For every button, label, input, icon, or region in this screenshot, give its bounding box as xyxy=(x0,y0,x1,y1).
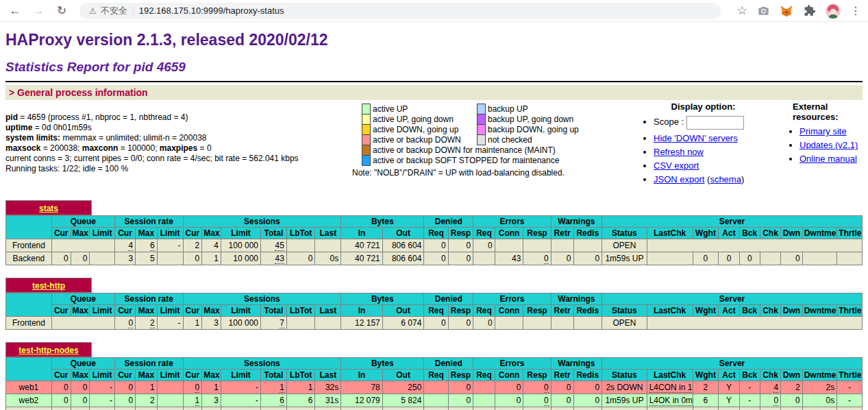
column-group-header: Queue xyxy=(51,358,114,370)
stat-cell: 0 xyxy=(573,252,602,265)
stat-cell: 6 xyxy=(693,407,719,410)
column-header: Max xyxy=(202,370,221,381)
stat-cell: 0 xyxy=(523,381,551,394)
proxy-title: test-http-nodes xyxy=(6,343,92,357)
updates-link[interactable]: Updates (v2.1) xyxy=(799,140,858,150)
stat-cell: 0 xyxy=(473,239,495,252)
stat-cell: 6 xyxy=(286,394,315,407)
csv-export-link[interactable]: CSV export xyxy=(654,160,699,171)
stat-cell: 1 xyxy=(183,394,202,407)
stat-cell: 0s xyxy=(802,407,836,410)
column-header: Last xyxy=(315,228,341,239)
column-header: Limit xyxy=(221,228,260,239)
camera-icon[interactable] xyxy=(757,4,770,17)
table-row-web1: web100-0101-1132s78250000002s DOWNL4CON … xyxy=(6,381,863,394)
metamask-fox-icon[interactable] xyxy=(780,4,793,18)
column-header: Retr xyxy=(551,228,573,239)
stat-cell: 0 xyxy=(51,407,71,410)
process-info-line: uptime = 0d 0h01m59s xyxy=(5,123,362,133)
column-header: Act xyxy=(719,228,739,239)
stat-cell: 0 xyxy=(71,407,90,410)
forward-icon[interactable]: → xyxy=(30,4,47,18)
stat-cell: 2 xyxy=(693,381,719,394)
warning-icon[interactable]: ⚠ xyxy=(89,6,97,16)
legend-label: backup UP, going down xyxy=(486,114,581,125)
profile-avatar[interactable] xyxy=(826,3,841,19)
stat-cell: 1 xyxy=(202,381,221,394)
proxy-name-link[interactable]: test-http-nodes xyxy=(18,346,78,355)
page-title[interactable]: HAProxy version 2.1.3, released 2020/02/… xyxy=(5,31,863,49)
row-name: Backend xyxy=(6,252,52,265)
column-header: Resp xyxy=(448,370,473,381)
stat-cell: 0 xyxy=(495,381,523,394)
stat-cell: 10 000 xyxy=(221,407,260,410)
column-header: Cur xyxy=(51,228,71,239)
stat-cell: 40 721 xyxy=(341,239,383,252)
legend-label: backup UP xyxy=(486,104,581,114)
url-text[interactable]: 192.168.175.10:9999/haproxy-status xyxy=(139,5,284,16)
column-header: Bck xyxy=(739,305,760,317)
browser-menu-icon[interactable]: ⋮ xyxy=(850,4,861,17)
proxy-title: test-http xyxy=(6,278,92,293)
primary-site-link[interactable]: Primary site xyxy=(799,126,847,136)
proxy-name-link[interactable]: test-http xyxy=(32,281,65,291)
column-header: Conn xyxy=(495,228,523,239)
json-schema-link[interactable]: schema xyxy=(710,174,741,184)
back-icon[interactable]: ← xyxy=(7,4,23,18)
stat-cell: 0 xyxy=(551,407,573,410)
scope-input[interactable] xyxy=(686,116,744,130)
column-header: In xyxy=(341,370,383,381)
row-name: Backend xyxy=(6,407,52,410)
stat-cell: 1m59s UP xyxy=(602,407,647,410)
stat-cell xyxy=(760,252,780,265)
json-export-link[interactable]: JSON export xyxy=(654,174,704,184)
hide-down-servers-link[interactable]: Hide 'DOWN' servers xyxy=(654,133,738,143)
column-header: Req xyxy=(424,370,448,381)
column-group-header: Session rate xyxy=(114,216,183,228)
stat-cell: 0 xyxy=(739,407,760,410)
stat-cell: 0 xyxy=(51,394,71,407)
url-bar[interactable]: ⚠ 不安全 192.168.175.10:9999/haproxy-status xyxy=(79,3,721,19)
process-info-line: current conns = 3; current pipes = 0/0; … xyxy=(5,154,362,164)
process-info-line: pid = 4659 (process #1, nbproc = 1, nbth… xyxy=(5,112,362,123)
column-header: Limit xyxy=(221,305,260,317)
stat-cell: 6 xyxy=(693,394,719,407)
column-header: LbTot xyxy=(286,370,315,381)
column-header: LastChk xyxy=(647,228,693,239)
stat-cell: 0 xyxy=(573,381,602,394)
online-manual-link[interactable]: Online manual xyxy=(799,154,857,164)
stat-cell: 2 xyxy=(136,407,158,410)
column-header: Cur xyxy=(114,370,135,381)
column-group-header: Warnings xyxy=(551,216,602,228)
stat-cell: 0 xyxy=(523,394,551,407)
column-header: Redis xyxy=(573,305,602,317)
stat-cell: 1 xyxy=(719,407,739,410)
stat-cell xyxy=(551,239,573,252)
refresh-now-link[interactable]: Refresh now xyxy=(654,147,704,157)
proxy-name-link[interactable]: stats xyxy=(39,204,58,213)
column-header: Resp xyxy=(523,305,551,317)
scope-item: Scope : xyxy=(654,116,776,130)
stat-cell: 1 xyxy=(286,381,315,394)
stat-cell: - xyxy=(739,394,760,407)
column-header: LastChk xyxy=(647,305,693,317)
stat-cell: 2 xyxy=(136,394,158,407)
puzzle-extensions-icon[interactable] xyxy=(803,4,816,17)
stat-cell xyxy=(51,239,114,252)
stat-cell: 6 074 xyxy=(382,317,424,330)
column-header: Out xyxy=(382,228,424,239)
column-header: Wght xyxy=(693,228,719,239)
column-header: Max xyxy=(136,228,158,239)
stat-cell: 0 xyxy=(448,252,473,265)
stat-cell xyxy=(473,407,495,410)
legend-swatch xyxy=(478,114,486,125)
reload-icon[interactable]: ↻ xyxy=(53,3,70,18)
column-group-header: Bytes xyxy=(341,216,424,228)
bookmark-icon[interactable]: ☆ xyxy=(737,3,747,18)
table-row-backend: Backend00350110 0004300s40 721806 604004… xyxy=(6,252,863,265)
stat-cell: 0 xyxy=(495,407,523,410)
stat-cell: Y xyxy=(719,394,739,407)
stat-cell: L4CON in 1ms xyxy=(647,381,693,394)
stat-cell xyxy=(424,394,448,407)
stat-cell: 3 xyxy=(202,317,221,330)
